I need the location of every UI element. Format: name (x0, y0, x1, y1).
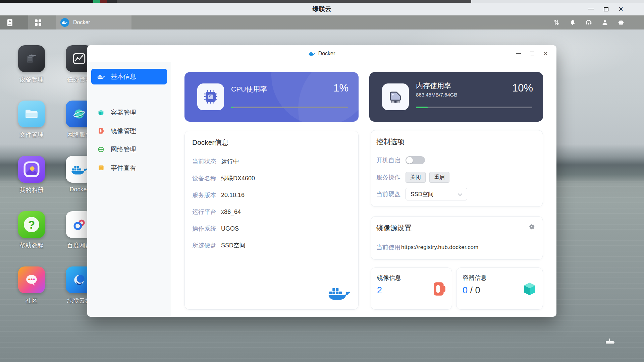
toggle-knob (406, 157, 413, 164)
info-value: 运行中 (221, 158, 239, 166)
support-headset-icon[interactable] (585, 19, 592, 26)
registry-current-row: 当前使用 https://registry.hub.docker.com (376, 243, 478, 251)
info-value: 绿联DX4600 (221, 174, 255, 182)
cpu-progress-bar (231, 107, 348, 108)
info-value: SSD空间 (221, 241, 246, 249)
sidebar-item-label: 基本信息 (111, 72, 136, 81)
window-title: Docker (318, 51, 335, 57)
os-close-button[interactable]: × (619, 5, 623, 13)
desktop-screen: 绿联云 × Docker (0, 0, 644, 362)
notification-bell-icon[interactable] (569, 19, 576, 26)
grid-icon (35, 19, 41, 26)
device-manager-icon (18, 45, 45, 72)
window-maximize-button[interactable] (530, 52, 534, 56)
info-row-os: 操作系统 UGOS (192, 220, 351, 237)
autostart-toggle[interactable] (406, 156, 425, 164)
image-icon (432, 281, 446, 297)
app-launcher-button[interactable] (28, 15, 48, 29)
desktop-icon-file-manager[interactable]: 文件管理 (18, 101, 45, 139)
sidebar-item-label: 网络管理 (111, 145, 136, 154)
info-label: 所选硬盘 (192, 241, 221, 249)
desktop-icon-label: 设备管理 (18, 75, 45, 83)
info-value: 20.10.16 (221, 192, 245, 199)
os-maximize-button[interactable] (604, 7, 608, 11)
community-icon (18, 266, 45, 293)
os-minimize-button[interactable] (588, 9, 594, 9)
info-value: x86_64 (221, 208, 241, 216)
desktop-icon-label: 社区 (18, 297, 45, 305)
event-list-icon (97, 164, 105, 172)
settings-gear-icon[interactable] (617, 19, 625, 26)
registry-url: https://registry.hub.docker.com (401, 244, 478, 251)
info-row-platform: 运行平台 x86_64 (192, 203, 351, 220)
desktop-icon-device-manager[interactable]: 设备管理 (18, 45, 45, 83)
home-icon (7, 19, 12, 26)
background-app-strip (0, 0, 644, 3)
info-row-service-version: 服务版本 20.10.16 (192, 187, 351, 203)
stop-service-button[interactable]: 关闭 (406, 172, 426, 183)
image-info-label: 镜像信息 (377, 274, 401, 282)
registry-settings-card: 镜像源设置 当前使用 https://registry.hub.docker.c… (371, 216, 543, 260)
help-icon: ? (18, 211, 45, 238)
docker-whale-icon (60, 18, 69, 27)
memory-usage-detail: 863.45MB/7.64GB (416, 92, 457, 98)
docker-whale-icon (97, 73, 105, 80)
docker-window: Docker × 基本信息 容器管理 (87, 45, 556, 317)
sidebar-item-image-manage[interactable]: 镜像管理 (91, 123, 167, 139)
chevron-down-icon (458, 192, 462, 196)
boat (606, 341, 614, 344)
container-running-count: 0 (463, 285, 468, 295)
memory-progress-bar (416, 107, 532, 108)
cpu-usage-value: 1% (333, 82, 348, 94)
user-icon[interactable] (601, 19, 608, 26)
globe-icon (97, 146, 105, 153)
photos-icon (18, 156, 45, 183)
cpu-chip-icon (197, 83, 224, 110)
info-row-disk: 所选硬盘 SSD空间 (192, 237, 351, 254)
window-minimize-button[interactable] (516, 53, 521, 54)
sidebar-item-label: 镜像管理 (111, 127, 136, 135)
taskbar-tab-docker[interactable]: Docker (56, 15, 131, 29)
window-header: Docker × (87, 45, 556, 62)
container-cube-icon (522, 281, 537, 297)
home-button[interactable] (0, 15, 28, 29)
docker-info-title: Docker信息 (192, 138, 229, 147)
current-disk-row: 当前硬盘 SSD空间 (376, 188, 467, 200)
taskbar-tab-label: Docker (73, 19, 90, 25)
window-close-button[interactable]: × (543, 50, 548, 57)
transfer-icon[interactable] (553, 19, 560, 26)
service-action-label: 服务操作 (376, 173, 406, 181)
desktop-icon-community[interactable]: 社区 (18, 266, 45, 305)
sidebar-item-container-manage[interactable]: 容器管理 (91, 105, 167, 120)
desktop-icon-label: 我的相册 (18, 186, 45, 194)
sidebar-item-label: 事件查看 (111, 164, 136, 172)
sidebar-item-network-manage[interactable]: 网络管理 (91, 141, 167, 157)
info-value: UGOS (221, 225, 239, 232)
info-label: 操作系统 (192, 225, 221, 233)
desktop-icon-photos[interactable]: 我的相册 (18, 156, 45, 194)
restart-service-button[interactable]: 重启 (429, 172, 449, 183)
control-options-card: 控制选项 开机自启 服务操作 关闭 重启 当前硬盘 SSD空间 (371, 130, 543, 207)
disk-select[interactable]: SSD空间 (406, 188, 467, 200)
registry-settings-gear-icon[interactable] (528, 223, 535, 230)
cpu-usage-card: CPU使用率 1% (184, 72, 359, 122)
sidebar-item-event-view[interactable]: 事件查看 (91, 160, 167, 176)
autostart-label: 开机自启 (376, 156, 406, 164)
control-options-title: 控制选项 (376, 137, 405, 146)
memory-usage-card: 内存使用率 863.45MB/7.64GB 10% (369, 72, 543, 122)
desktop-icon-help[interactable]: ? 帮助教程 (18, 211, 45, 249)
info-label: 服务版本 (192, 191, 221, 199)
registry-current-label: 当前使用 (376, 243, 401, 251)
info-label: 当前状态 (192, 158, 221, 166)
info-label: 设备名称 (192, 174, 221, 182)
container-info-card: 容器信息 0 / 0 (456, 267, 543, 310)
service-action-row: 服务操作 关闭 重启 (376, 172, 453, 183)
image-info-card: 镜像信息 2 (371, 267, 452, 310)
info-row-status: 当前状态 运行中 (192, 153, 351, 170)
os-title: 绿联云 (313, 5, 332, 13)
sidebar-item-basic-info[interactable]: 基本信息 (91, 69, 167, 84)
sidebar-item-label: 容器管理 (111, 108, 136, 117)
sidebar: 基本信息 容器管理 镜像管理 网络管理 (87, 62, 171, 317)
current-disk-label: 当前硬盘 (376, 190, 406, 198)
desktop-icon-label: 帮助教程 (18, 241, 45, 249)
